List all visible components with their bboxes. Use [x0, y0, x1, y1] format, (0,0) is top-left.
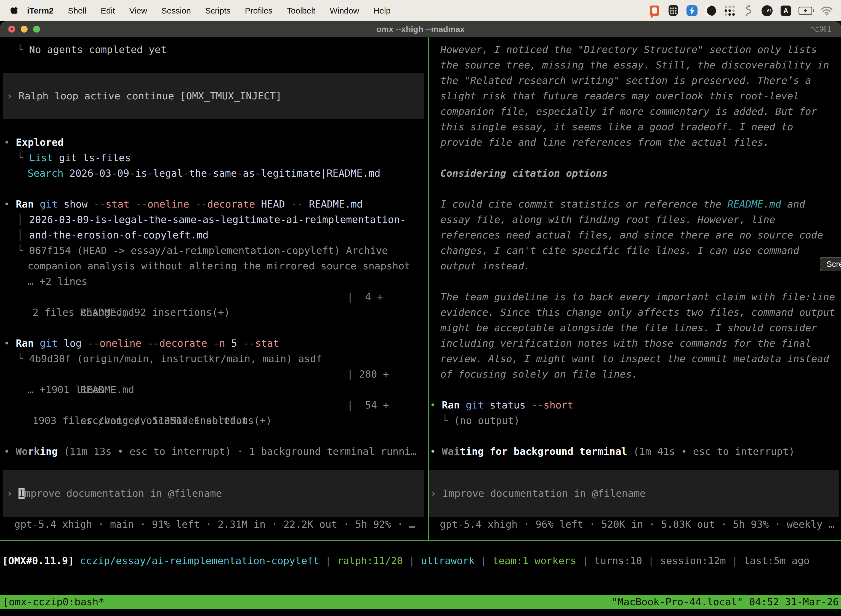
pane-divider-vertical[interactable] [428, 37, 429, 540]
agents-note: └ No agents completed yet [0, 42, 428, 57]
status-divider-horizontal [0, 540, 841, 541]
filestat-count: | 4 + [347, 289, 383, 305]
window-title: omx --xhigh --madmax [0, 21, 841, 37]
git-show-command: • Ran git show --stat --oneline --decora… [0, 197, 428, 212]
explored-search-line: Search 2026-03-09-is-legal-the-same-as-l… [0, 166, 428, 181]
prompt-text-right: › Improve documentation in @filename [429, 486, 839, 501]
thinking-paragraph-2-line1: I could cite commit statistics or refere… [429, 197, 841, 212]
explored-list-line: └ List git ls-files [0, 150, 428, 166]
moon-icon[interactable] [705, 5, 717, 17]
timer-label: ..61 [762, 5, 772, 16]
title-bar[interactable]: omx --xhigh --madmax ⌥⌘1 [0, 21, 841, 37]
tmux-host-clock: "MacBook-Pro-44.local" 04:52 31-Mar-26 [611, 595, 839, 609]
git-status-command: • Ran git status --short [429, 397, 841, 413]
menu-item-help[interactable]: Help [366, 0, 398, 21]
git-log-filestat-2: src/voice/voiceModeEnabled.ts | 54 + [0, 397, 428, 413]
menu-item-toolbelt[interactable]: Toolbelt [280, 0, 322, 21]
explored-header: • Explored [0, 135, 428, 150]
git-log-summary: 1903 files changed, 513517 insertions(+) [0, 413, 428, 428]
menu-bar: iTerm2 Shell Edit View Session Scripts P… [0, 0, 841, 21]
chat-app-icon[interactable] [648, 5, 661, 17]
menu-item-edit[interactable]: Edit [94, 0, 122, 21]
menu-item-window[interactable]: Window [322, 0, 366, 21]
input-source-icon[interactable]: A [780, 5, 792, 17]
thinking-paragraph-3: The team guideline is to back every impo… [429, 289, 841, 382]
git-show-filestat: README.md | 4 + [0, 289, 428, 305]
privacy-shield-icon[interactable] [667, 5, 679, 17]
menu-item-app[interactable]: iTerm2 [19, 0, 61, 21]
battery-icon[interactable] [799, 5, 814, 17]
omx-status-bar: [OMX#0.11.9] cczip/essay/ai-reimplementa… [0, 553, 841, 569]
working-status-line: • Working (11m 13s • esc to interrupt) ·… [0, 444, 428, 459]
wifi-icon[interactable] [820, 5, 833, 17]
git-show-arg-cont-1: │ 2026-03-09-is-legal-the-same-as-legiti… [0, 212, 428, 227]
hook-icon[interactable] [742, 5, 755, 17]
menu-item-profiles[interactable]: Profiles [237, 0, 280, 21]
git-log-command: • Ran git log --oneline --decorate -n 5 … [0, 336, 428, 351]
iterm-window: omx --xhigh --madmax ⌥⌘1 └ No agents com… [0, 21, 841, 616]
tmux-session-label: [omx-cczip0:bash* [3, 595, 104, 609]
session-status-right: gpt-5.4 xhigh · 96% left · 520K in · 5.8… [429, 517, 841, 532]
menu-item-shell[interactable]: Shell [61, 0, 94, 21]
dots-grid-icon[interactable] [724, 5, 736, 17]
git-log-output-commit: └ 4b9d30f (origin/main, instructkr/main,… [0, 351, 428, 367]
filestat-count: | 280 + [347, 367, 389, 382]
thinking-heading: Considering citation options [429, 166, 841, 181]
git-log-filestat-1: README.md | 280 + [0, 367, 428, 382]
timer-icon[interactable]: ..61 [761, 5, 773, 17]
prompt-input-right[interactable]: › Improve documentation in @filename [429, 470, 839, 517]
menu-item-scripts[interactable]: Scripts [198, 0, 238, 21]
apple-icon[interactable] [10, 6, 19, 15]
inject-banner-text: › Ralph loop active continue [OMX_TMUX_I… [3, 88, 424, 104]
menu-item-session[interactable]: Session [154, 0, 198, 21]
thinking-paragraph-2: essay file, along with finding root file… [429, 212, 841, 274]
tmux-status-bar: [omx-cczip0:bash* "MacBook-Pro-44.local"… [0, 595, 841, 609]
zap-icon[interactable] [686, 5, 698, 17]
menu-status-icons: ..61 A [648, 5, 833, 17]
prompt-input-left[interactable]: › Improve documentation in @filename [3, 470, 424, 517]
git-show-output-more: … +2 lines [0, 274, 428, 289]
prompt-text-left: › Improve documentation in @filename [3, 486, 424, 501]
menu-item-view[interactable]: View [122, 0, 154, 21]
tmux-pane-left[interactable]: └ No agents completed yet › Ralph loop a… [0, 42, 428, 532]
terminal[interactable]: └ No agents completed yet › Ralph loop a… [0, 37, 841, 616]
git-show-output-commit: └ 067f154 (HEAD -> essay/ai-reimplementa… [0, 243, 428, 258]
git-show-summary: 2 files changed, 92 insertions(+) [0, 305, 428, 320]
screen-share-tab[interactable]: Scre [820, 257, 841, 271]
inject-banner: › Ralph loop active continue [OMX_TMUX_I… [3, 73, 424, 119]
filestat-count: | 54 + [347, 397, 389, 413]
git-status-output: └ (no output) [429, 413, 841, 428]
git-log-output-more: … +1901 lines [0, 382, 428, 397]
git-show-output-message: companion analysis without altering the … [0, 258, 428, 274]
thinking-paragraph-1: However, I noticed the "Directory Struct… [429, 42, 841, 150]
session-status-left: gpt-5.4 xhigh · main · 91% left · 2.31M … [0, 517, 428, 532]
input-source-label: A [781, 6, 791, 16]
waiting-status-line: • Waiting for background terminal (1m 41… [429, 444, 841, 459]
git-show-arg-cont-2: │ and-the-erosion-of-copyleft.md [0, 227, 428, 243]
window-shortcut: ⌥⌘1 [810, 21, 832, 37]
tmux-pane-right[interactable]: However, I noticed the "Directory Struct… [429, 42, 841, 532]
